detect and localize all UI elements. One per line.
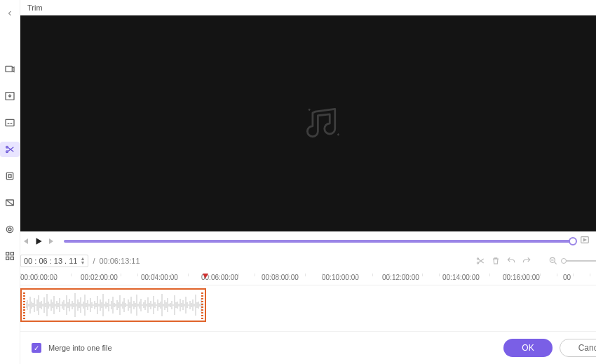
delete-button[interactable] (490, 256, 501, 266)
zoom-knob[interactable] (561, 258, 567, 264)
svg-rect-0 (6, 66, 12, 72)
time-input[interactable]: 00 : 06 : 13 . 11 ▲▼ (20, 255, 88, 267)
preview-area (20, 15, 596, 231)
sidebar-item-trim[interactable] (0, 142, 20, 157)
svg-rect-9 (6, 252, 9, 255)
svg-rect-12 (11, 257, 13, 259)
svg-point-16 (477, 262, 478, 264)
fullscreen-preview-button[interactable] (580, 235, 590, 248)
selection-region[interactable] (20, 288, 206, 322)
undo-button[interactable] (506, 256, 517, 266)
svg-rect-2 (6, 119, 14, 126)
sidebar-item-subtitle[interactable] (0, 115, 20, 130)
sidebar-item-grid[interactable] (0, 248, 20, 264)
timeline-ruler[interactable]: 00:00:00:00 00:02:00:00 00:04:00:00 00:0… (20, 274, 596, 285)
zoom-out-button[interactable] (548, 256, 559, 266)
merge-label: Merge into one file (48, 344, 112, 352)
time-value: 00 : 06 : 13 . 11 (24, 257, 77, 265)
svg-point-15 (477, 258, 478, 259)
progress-slider[interactable] (64, 240, 573, 243)
sidebar-item-record[interactable] (0, 62, 20, 77)
sidebar-item-crop[interactable] (0, 168, 20, 184)
footer-bar: ✓ Merge into one file OK Cancel (20, 331, 596, 364)
sidebar-item-ratio[interactable] (0, 195, 20, 210)
back-button[interactable] (3, 6, 17, 22)
step-back-button[interactable] (20, 236, 32, 247)
ok-button[interactable]: OK (503, 339, 552, 357)
play-button[interactable] (33, 236, 44, 247)
svg-rect-5 (6, 173, 13, 179)
zoom-slider[interactable] (563, 260, 596, 262)
merge-checkbox[interactable]: ✓ (32, 343, 41, 353)
sidebar-item-effects[interactable] (0, 222, 20, 237)
step-forward-button[interactable] (46, 236, 57, 247)
svg-rect-11 (6, 257, 9, 259)
cut-button[interactable] (475, 256, 486, 266)
sidebar-item-download[interactable] (0, 88, 20, 104)
playhead-marker[interactable] (203, 274, 208, 278)
svg-point-3 (6, 146, 8, 148)
svg-point-4 (6, 151, 8, 153)
window-title: Trim (27, 4, 596, 12)
tools-row: 00 : 06 : 13 . 11 ▲▼ / 00:06:13:11 (20, 252, 596, 269)
playback-controls (20, 233, 596, 250)
redo-button[interactable] (521, 256, 532, 266)
title-bar: Trim (20, 0, 596, 15)
left-sidebar (0, 0, 20, 364)
main-panel: Trim (20, 0, 596, 364)
svg-point-8 (8, 228, 11, 231)
cancel-button[interactable]: Cancel (560, 339, 596, 357)
progress-knob[interactable] (569, 237, 577, 245)
svg-rect-10 (11, 252, 13, 255)
waveform-track[interactable] (20, 285, 596, 324)
duration-label: 00:06:13:11 (99, 257, 140, 265)
music-note-icon (301, 105, 343, 142)
time-spinner[interactable]: ▲▼ (80, 257, 85, 265)
svg-point-7 (6, 226, 13, 232)
